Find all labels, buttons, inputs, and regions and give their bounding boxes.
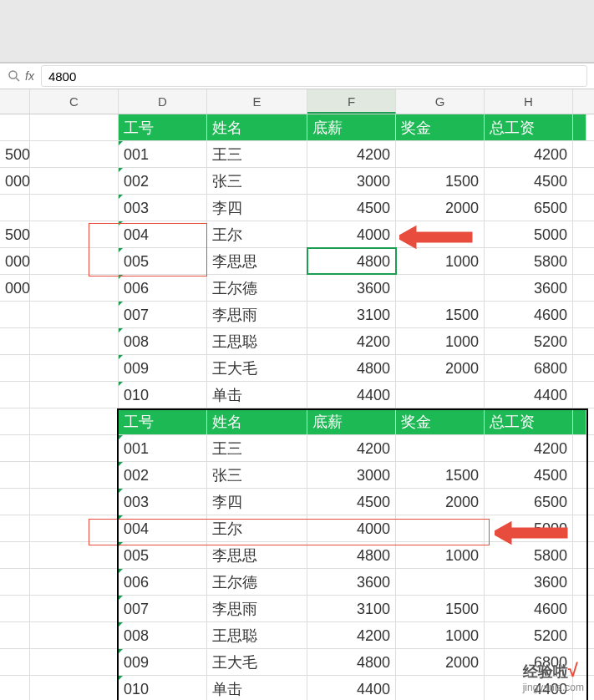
cell[interactable]: 李四 [207, 195, 307, 221]
cell[interactable]: 1000 [396, 328, 485, 354]
cell[interactable]: 张三 [207, 462, 307, 488]
fx-label[interactable]: fx [25, 69, 34, 83]
cell[interactable]: 4200 [485, 435, 573, 461]
cell[interactable]: 005 [119, 248, 207, 274]
cell[interactable] [30, 382, 119, 408]
cell[interactable] [30, 435, 119, 461]
cell[interactable]: 3000 [307, 462, 396, 488]
cell[interactable]: 3600 [485, 569, 573, 595]
cell[interactable]: 5200 [485, 622, 573, 648]
cell[interactable]: 3600 [485, 275, 573, 301]
cell[interactable]: 3100 [307, 302, 396, 327]
col-header-g[interactable]: G [396, 89, 485, 114]
cell[interactable] [573, 408, 586, 434]
cell[interactable]: 500 [0, 221, 30, 247]
cell[interactable] [0, 542, 30, 568]
cell[interactable]: 010 [119, 676, 207, 700]
cell[interactable]: 4600 [485, 302, 573, 327]
col-header-h[interactable]: H [485, 89, 573, 114]
cell[interactable]: 李思雨 [207, 302, 307, 327]
cell[interactable] [30, 248, 119, 274]
cell[interactable]: 李思思 [207, 248, 307, 274]
cell[interactable]: 4800 [307, 542, 396, 568]
cell[interactable] [30, 195, 119, 221]
cell[interactable] [396, 221, 485, 247]
cell[interactable] [30, 542, 119, 568]
cell[interactable]: 1500 [396, 302, 485, 327]
cell[interactable] [396, 569, 485, 595]
cell[interactable]: 王思聪 [207, 328, 307, 354]
cell[interactable]: 李思思 [207, 542, 307, 568]
cell[interactable]: 1500 [396, 462, 485, 488]
cell[interactable] [30, 462, 119, 488]
cell[interactable]: 009 [119, 649, 207, 675]
cell[interactable]: 王尔德 [207, 569, 307, 595]
header-cell[interactable]: 底薪 [307, 408, 396, 434]
cell[interactable]: 4200 [307, 141, 396, 167]
cell[interactable]: 3000 [307, 168, 396, 194]
cell[interactable]: 000 [0, 168, 30, 194]
search-icon[interactable] [7, 68, 22, 84]
cell[interactable]: 004 [119, 515, 207, 541]
cell[interactable]: 001 [119, 435, 207, 461]
cell[interactable] [0, 355, 30, 381]
cell[interactable]: 王三 [207, 141, 307, 167]
cell[interactable]: 4200 [307, 435, 396, 461]
cell[interactable]: 2000 [396, 195, 485, 221]
cell[interactable] [0, 596, 30, 621]
cell[interactable]: 000 [0, 248, 30, 274]
cell[interactable]: 1500 [396, 168, 485, 194]
cell[interactable] [0, 328, 30, 354]
cell[interactable] [396, 141, 485, 167]
cell[interactable]: 李四 [207, 489, 307, 515]
cell[interactable]: 6500 [485, 195, 573, 221]
header-cell[interactable]: 底薪 [307, 114, 396, 140]
cell[interactable]: 3600 [307, 275, 396, 301]
cell[interactable]: 002 [119, 462, 207, 488]
cell[interactable] [30, 676, 119, 700]
cell[interactable]: 4000 [307, 221, 396, 247]
cell[interactable]: 4200 [307, 328, 396, 354]
cell[interactable]: 单击 [207, 676, 307, 700]
cell[interactable]: 4400 [485, 382, 573, 408]
cell[interactable] [30, 596, 119, 621]
cell[interactable]: 000 [0, 275, 30, 301]
cell[interactable]: 1000 [396, 622, 485, 648]
cell[interactable] [30, 141, 119, 167]
header-cell[interactable]: 工号 [119, 114, 207, 140]
cell[interactable] [0, 195, 30, 221]
col-header-b[interactable] [0, 89, 30, 114]
cell[interactable] [30, 515, 119, 541]
cell[interactable]: 006 [119, 275, 207, 301]
cell[interactable] [30, 569, 119, 595]
cell[interactable]: 2000 [396, 355, 485, 381]
cell[interactable] [396, 676, 485, 700]
cell[interactable]: 王思聪 [207, 622, 307, 648]
cell[interactable]: 010 [119, 382, 207, 408]
header-cell[interactable]: 总工资 [485, 114, 573, 140]
cell[interactable]: 5200 [485, 328, 573, 354]
col-header-d[interactable]: D [119, 89, 207, 114]
cell[interactable]: 2000 [396, 489, 485, 515]
cell[interactable]: 006 [119, 569, 207, 595]
cell[interactable]: 5000 [485, 221, 573, 247]
cell[interactable] [30, 221, 119, 247]
cell[interactable] [0, 302, 30, 327]
cell[interactable]: 2000 [396, 649, 485, 675]
cell[interactable]: 6800 [485, 355, 573, 381]
cell[interactable] [0, 569, 30, 595]
cell[interactable]: 王大毛 [207, 355, 307, 381]
cell[interactable] [0, 622, 30, 648]
cell[interactable]: 4200 [485, 141, 573, 167]
cell[interactable]: 500 [0, 141, 30, 167]
cell[interactable]: 1000 [396, 248, 485, 274]
header-cell[interactable]: 奖金 [396, 408, 485, 434]
cell[interactable]: 5800 [485, 248, 573, 274]
cell[interactable] [30, 489, 119, 515]
header-cell[interactable]: 姓名 [207, 114, 307, 140]
cell[interactable]: 003 [119, 489, 207, 515]
cell[interactable]: 009 [119, 355, 207, 381]
cell[interactable]: 004 [119, 221, 207, 247]
cell[interactable]: 4200 [307, 622, 396, 648]
cell[interactable]: 007 [119, 302, 207, 327]
